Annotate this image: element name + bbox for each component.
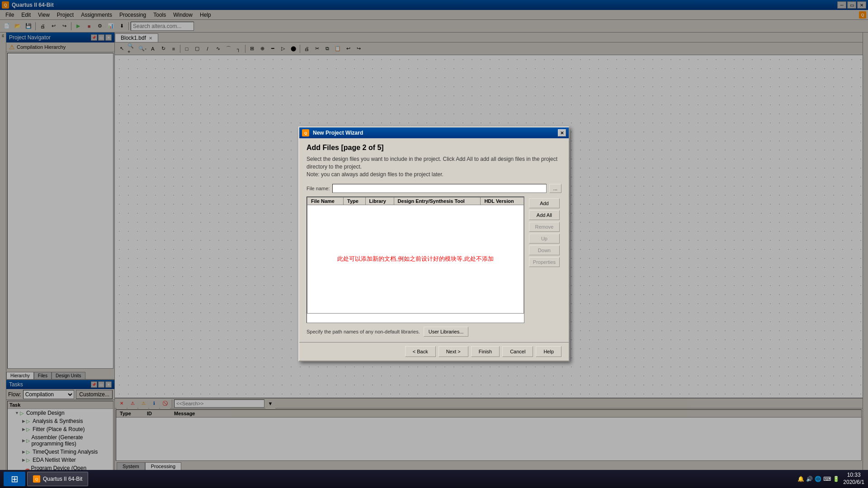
table-hint-cell: 此处可以添加新的文档,例如之前设计好的模块等,此处不添加	[307, 205, 524, 313]
dialog-footer: < Back Next > Finish Cancel Help	[299, 342, 569, 361]
back-button[interactable]: < Back	[405, 346, 436, 357]
taskbar-sys-icons: 🔔 🔊 🌐 ⌨ 🔋	[797, 476, 840, 482]
col-hdl-version: HDL Version	[481, 197, 524, 205]
battery-icon: 🔋	[833, 476, 840, 482]
libraries-row: Specify the path names of any non-defaul…	[307, 327, 561, 337]
col-library: Library	[365, 197, 394, 205]
dialog-titlebar: Q New Project Wizard ✕	[299, 127, 569, 138]
modal-overlay: Q New Project Wizard ✕ Add Files [page 2…	[0, 0, 868, 488]
keyboard-icon: ⌨	[823, 476, 831, 482]
start-button[interactable]: ⊞	[4, 472, 25, 486]
browse-button[interactable]: ...	[549, 184, 561, 193]
help-button[interactable]: Help	[536, 346, 561, 357]
cancel-button[interactable]: Cancel	[502, 346, 533, 357]
dialog-description: Select the design files you want to incl…	[307, 155, 561, 178]
table-hint-text: 此处可以添加新的文档,例如之前设计好的模块等,此处不添加	[337, 255, 493, 262]
down-button[interactable]: Down	[529, 245, 560, 255]
file-name-label: File name:	[307, 186, 330, 191]
properties-button[interactable]: Properties	[529, 257, 560, 267]
clock-time: 10:33	[843, 472, 864, 479]
taskbar: ⊞ Q Quartus II 64-Bit 🔔 🔊 🌐 ⌨ 🔋 10:33 20…	[0, 470, 868, 488]
col-type: Type	[344, 197, 366, 205]
file-table: File Name Type Library Design Entry/Synt…	[307, 197, 524, 314]
dialog-desc-line1: Select the design files you want to incl…	[307, 156, 557, 170]
notify-icon: 🔔	[797, 476, 804, 482]
file-name-input[interactable]	[332, 184, 546, 193]
dialog-page-title: Add Files [page 2 of 5]	[307, 144, 561, 152]
taskbar-app-label: Quartus II 64-Bit	[43, 476, 82, 482]
dialog-title-label: New Project Wizard	[313, 130, 363, 136]
taskbar-clock: 10:33 2020/6/1	[843, 472, 864, 486]
dialog-title-left: Q New Project Wizard	[302, 129, 363, 136]
finish-button[interactable]: Finish	[471, 346, 500, 357]
user-libraries-button[interactable]: User Libraries...	[424, 327, 469, 337]
clock-date: 2020/6/1	[843, 479, 864, 486]
dialog-app-icon: Q	[302, 129, 309, 136]
file-table-container: File Name Type Library Design Entry/Synt…	[307, 197, 524, 323]
volume-icon: 🔊	[806, 476, 813, 482]
add-button[interactable]: Add	[529, 198, 560, 208]
new-project-wizard-dialog: Q New Project Wizard ✕ Add Files [page 2…	[298, 127, 570, 361]
dialog-close-button[interactable]: ✕	[558, 129, 566, 136]
libraries-hint: Specify the path names of any non-defaul…	[307, 329, 420, 334]
network-icon: 🌐	[815, 476, 821, 482]
add-all-button[interactable]: Add All	[529, 210, 560, 220]
taskbar-app-icon: Q	[33, 475, 40, 483]
taskbar-right: 🔔 🔊 🌐 ⌨ 🔋 10:33 2020/6/1	[797, 472, 864, 486]
file-name-row: File name: ...	[307, 184, 561, 193]
table-area: File Name Type Library Design Entry/Synt…	[307, 197, 561, 323]
col-design-entry: Design Entry/Synthesis Tool	[394, 197, 481, 205]
side-action-buttons: Add Add All Remove Up Down Properties	[527, 197, 561, 323]
remove-button[interactable]: Remove	[529, 222, 560, 232]
taskbar-app-quartus[interactable]: Q Quartus II 64-Bit	[27, 472, 88, 486]
dialog-body: Add Files [page 2 of 5] Select the desig…	[299, 138, 569, 342]
up-button[interactable]: Up	[529, 234, 560, 244]
col-file-name: File Name	[307, 197, 344, 205]
next-button[interactable]: Next >	[439, 346, 468, 357]
dialog-desc-line2: Note: you can always add design files to…	[307, 171, 443, 178]
